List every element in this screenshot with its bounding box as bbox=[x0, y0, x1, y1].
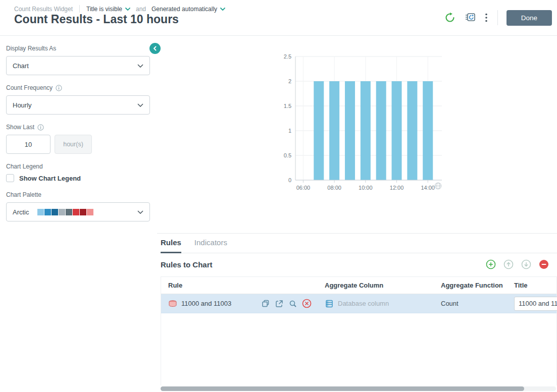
svg-text:0: 0 bbox=[288, 177, 291, 183]
rule-name: 11000 and 11003 bbox=[181, 300, 231, 307]
data-sync-icon bbox=[464, 12, 476, 23]
svg-text:1: 1 bbox=[288, 128, 291, 134]
rules-section-title: Rules to Chart bbox=[161, 260, 213, 269]
title-mode-value: Generated automatically bbox=[151, 6, 217, 13]
aggregate-column-cell[interactable]: Database column bbox=[318, 299, 434, 308]
header-separator bbox=[497, 10, 498, 25]
delete-rule-button[interactable] bbox=[302, 299, 312, 308]
column-header-aggregate-column: Aggregate Column bbox=[318, 282, 434, 289]
svg-text:1.5: 1.5 bbox=[284, 103, 291, 109]
show-last-label: Show Last bbox=[6, 124, 157, 131]
svg-text:2.5: 2.5 bbox=[284, 53, 291, 60]
column-header-aggregate-function: Aggregate Function bbox=[434, 282, 507, 289]
delete-icon bbox=[302, 299, 312, 308]
row-actions bbox=[261, 299, 312, 308]
chevron-down-icon bbox=[137, 103, 143, 107]
svg-text:08:00: 08:00 bbox=[327, 185, 341, 191]
open-rule-button[interactable] bbox=[275, 299, 284, 308]
refresh-button[interactable] bbox=[443, 11, 457, 24]
chart-palette-value: Arctic bbox=[13, 208, 29, 216]
remove-rule-button[interactable] bbox=[538, 258, 550, 270]
rule-cell: 11000 and 11003 bbox=[161, 299, 318, 308]
done-button[interactable]: Done bbox=[507, 10, 552, 26]
svg-text:06:00: 06:00 bbox=[296, 185, 311, 191]
collapse-panel-icon bbox=[153, 46, 158, 51]
palette-swatch bbox=[73, 209, 79, 215]
svg-text:0.5: 0.5 bbox=[284, 152, 291, 158]
rule-title-input[interactable] bbox=[514, 297, 557, 311]
move-down-button[interactable] bbox=[520, 258, 532, 270]
rules-table: Rule Aggregate Column Aggregate Function… bbox=[161, 276, 557, 385]
duplicate-rule-button[interactable] bbox=[261, 299, 270, 308]
palette-swatch bbox=[87, 209, 93, 215]
count-frequency-select[interactable]: Hourly bbox=[6, 95, 150, 115]
count-frequency-label: Count Frequency bbox=[6, 84, 157, 91]
breadcrumb: Count Results Widget Title is visible an… bbox=[14, 5, 225, 13]
header: Count Results Widget Title is visible an… bbox=[0, 0, 557, 36]
more-options-button[interactable] bbox=[484, 12, 489, 24]
tab-indicators[interactable]: Indicators bbox=[194, 238, 227, 253]
page-title: Count Results - Last 10 hours bbox=[14, 13, 179, 26]
title-mode-dropdown[interactable]: Generated automatically bbox=[151, 6, 225, 13]
chart-palette-select[interactable]: Arctic bbox=[6, 202, 150, 221]
move-up-icon bbox=[503, 259, 514, 269]
chevron-down-icon bbox=[220, 8, 225, 11]
aggregate-function-cell[interactable]: Count bbox=[434, 300, 507, 307]
display-results-as-label: Display Results As bbox=[6, 45, 157, 52]
chart-palette-label: Chart Palette bbox=[6, 191, 157, 198]
open-external-icon bbox=[275, 299, 284, 308]
horizontal-scrollbar[interactable] bbox=[161, 386, 556, 391]
table-header: Rule Aggregate Column Aggregate Function… bbox=[161, 277, 556, 294]
column-header-title: Title bbox=[507, 282, 556, 289]
svg-text:10:00: 10:00 bbox=[359, 185, 373, 191]
refresh-icon bbox=[444, 12, 455, 23]
aggregate-column-placeholder: Database column bbox=[338, 300, 389, 307]
chevron-down-icon bbox=[137, 64, 143, 68]
svg-text:2: 2 bbox=[288, 78, 291, 84]
rules-section-header: Rules to Chart bbox=[161, 258, 550, 270]
palette-swatch bbox=[66, 209, 72, 215]
tab-bar: Rules Indicators bbox=[161, 238, 557, 253]
show-last-input[interactable] bbox=[6, 135, 50, 154]
kebab-menu-icon bbox=[485, 13, 488, 23]
show-last-label-text: Show Last bbox=[6, 124, 34, 131]
title-cell bbox=[507, 297, 557, 311]
bar-chart: 00.511.522.506:0008:0010:0012:0014:00 bbox=[275, 50, 447, 199]
title-visibility-value: Title is visible bbox=[86, 6, 122, 13]
chart-legend-label-text: Chart Legend bbox=[6, 163, 43, 170]
svg-text:14:00: 14:00 bbox=[421, 185, 435, 191]
move-down-icon bbox=[521, 259, 531, 269]
breadcrumb-divider bbox=[79, 5, 80, 13]
palette-swatch bbox=[37, 209, 44, 215]
move-up-button[interactable] bbox=[502, 258, 515, 270]
data-sync-button[interactable] bbox=[463, 11, 477, 24]
aggregate-function-value: Count bbox=[441, 300, 459, 307]
palette-swatch bbox=[80, 209, 86, 215]
collapse-panel-button[interactable] bbox=[149, 43, 161, 54]
column-header-rule: Rule bbox=[161, 282, 318, 289]
display-results-as-select[interactable]: Chart bbox=[6, 56, 150, 75]
svg-text:12:00: 12:00 bbox=[390, 185, 404, 191]
conjunction-label: and bbox=[136, 6, 146, 13]
rule-type-icon bbox=[168, 300, 177, 307]
add-rule-button[interactable] bbox=[485, 258, 497, 270]
display-results-as-label-text: Display Results As bbox=[6, 45, 56, 52]
header-actions: Done bbox=[443, 10, 552, 26]
display-results-as-value: Chart bbox=[13, 62, 29, 70]
chart-legend-label: Chart Legend bbox=[6, 163, 157, 170]
preview-rule-button[interactable] bbox=[288, 299, 297, 308]
show-chart-legend-checkbox[interactable] bbox=[6, 174, 14, 182]
duplicate-icon bbox=[261, 299, 270, 308]
widget-editor: Count Results Widget Title is visible an… bbox=[0, 0, 557, 392]
show-chart-legend-label: Show Chart Legend bbox=[19, 175, 81, 182]
settings-sidebar: Display Results As Chart Count Frequency… bbox=[0, 36, 157, 392]
tab-rules[interactable]: Rules bbox=[161, 238, 181, 253]
title-visibility-dropdown[interactable]: Title is visible bbox=[86, 6, 130, 13]
chevron-down-icon bbox=[137, 210, 143, 214]
globe-icon bbox=[434, 182, 442, 192]
table-row[interactable]: 11000 and 11003 bbox=[161, 294, 556, 313]
chart-palette-preview: Arctic bbox=[13, 208, 94, 216]
chart-palette-label-text: Chart Palette bbox=[6, 191, 41, 198]
info-icon bbox=[56, 85, 62, 91]
scrollbar-thumb[interactable] bbox=[161, 386, 524, 391]
